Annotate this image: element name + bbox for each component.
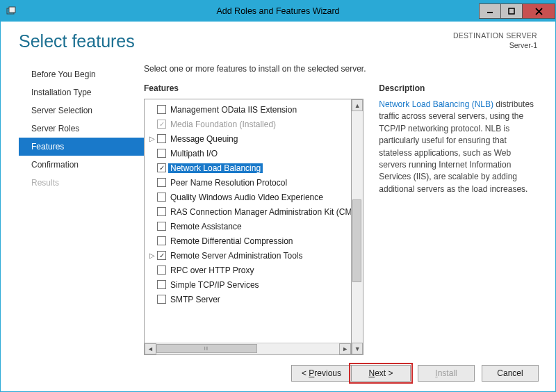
nav-server-roles[interactable]: Server Roles <box>19 120 144 138</box>
checkbox[interactable] <box>157 105 166 114</box>
main-row: Before You Begin Installation Type Serve… <box>19 61 537 355</box>
previous-button[interactable]: < Previous <box>291 365 351 382</box>
feature-item[interactable]: Multipath I/O <box>145 146 351 161</box>
maximize-button[interactable] <box>500 3 523 19</box>
feature-item[interactable]: RAS Connection Manager Administration Ki… <box>145 204 351 219</box>
checkbox[interactable] <box>157 178 166 187</box>
scroll-down-button[interactable]: ▼ <box>352 343 363 354</box>
feature-label: Remote Assistance <box>170 222 242 231</box>
horizontal-scrollbar[interactable]: ◄ ► <box>145 343 351 354</box>
feature-label: SMTP Server <box>170 295 220 304</box>
destination-label: DESTINATION SERVER <box>453 31 537 41</box>
nav-before-you-begin[interactable]: Before You Begin <box>19 65 144 83</box>
nav-confirmation[interactable]: Confirmation <box>19 156 144 174</box>
checkbox[interactable] <box>157 120 166 129</box>
feature-label: Management OData IIS Extension <box>170 105 297 115</box>
window-controls <box>480 3 555 19</box>
feature-item[interactable]: Peer Name Resolution Protocol <box>145 175 351 190</box>
feature-label: Media Foundation (Installed) <box>170 120 276 129</box>
description-link[interactable]: Network Load Balancing (NLB) <box>379 99 493 109</box>
features-panel: Features Management OData IIS ExtensionM… <box>144 83 363 355</box>
nav-server-selection[interactable]: Server Selection <box>19 101 144 120</box>
destination-server: Server-1 <box>453 41 537 51</box>
wizard-body: Select features DESTINATION SERVER Serve… <box>1 22 555 391</box>
features-listbox[interactable]: Management OData IIS ExtensionMedia Foun… <box>144 99 352 355</box>
checkbox[interactable] <box>157 295 166 304</box>
center-panel: Select one or more features to install o… <box>144 61 537 355</box>
feature-item[interactable]: Simple TCP/IP Services <box>145 277 351 292</box>
install-button: Install <box>418 365 475 382</box>
scroll-up-button[interactable]: ▲ <box>352 99 363 111</box>
hscroll-thumb[interactable] <box>156 344 257 353</box>
vscroll-thumb[interactable] <box>352 199 361 283</box>
feature-label: Network Load Balancing <box>168 163 263 173</box>
feature-item[interactable]: RPC over HTTP Proxy <box>145 263 351 277</box>
header: Select features DESTINATION SERVER Serve… <box>19 31 537 51</box>
wizard-window: Add Roles and Features Wizard Select fea… <box>0 0 556 392</box>
description-label: Description <box>379 83 537 93</box>
description-text: Network Load Balancing (NLB) distributes… <box>379 99 537 195</box>
features-listbox-wrap: Management OData IIS ExtensionMedia Foun… <box>144 99 363 355</box>
checkbox[interactable] <box>157 149 166 158</box>
feature-label: RAS Connection Manager Administration Ki… <box>170 207 351 217</box>
checkbox[interactable] <box>157 236 166 245</box>
checkbox[interactable] <box>157 193 166 202</box>
svg-rect-1 <box>9 7 15 13</box>
scroll-left-button[interactable]: ◄ <box>145 343 156 354</box>
feature-label: Message Queuing <box>170 134 238 144</box>
content-area: Select features DESTINATION SERVER Serve… <box>3 22 553 361</box>
feature-label: Multipath I/O <box>170 149 218 158</box>
checkbox[interactable] <box>157 251 166 260</box>
feature-item[interactable]: Network Load Balancing <box>145 161 351 175</box>
hscroll-track[interactable] <box>156 343 339 354</box>
feature-item[interactable]: Remote Assistance <box>145 219 351 234</box>
checkbox[interactable] <box>157 207 166 216</box>
nav-features[interactable]: Features <box>19 138 144 156</box>
feature-label: RPC over HTTP Proxy <box>170 266 254 275</box>
page-title: Select features <box>19 31 135 51</box>
panels: Features Management OData IIS ExtensionM… <box>144 83 537 355</box>
svg-rect-3 <box>509 8 514 14</box>
checkbox[interactable] <box>157 163 166 172</box>
prev-next-group: < Previous Next > <box>291 365 411 382</box>
cancel-button[interactable]: Cancel <box>482 365 539 382</box>
vscroll-track[interactable] <box>352 111 363 343</box>
feature-item[interactable]: ▷Message Queuing <box>145 131 351 146</box>
description-panel: Description Network Load Balancing (NLB)… <box>379 83 537 355</box>
vertical-scrollbar[interactable]: ▲ ▼ <box>352 99 363 355</box>
scroll-right-button[interactable]: ► <box>339 343 351 354</box>
nav-installation-type[interactable]: Installation Type <box>19 83 144 101</box>
feature-item[interactable]: Remote Differential Compression <box>145 234 351 248</box>
nav-results: Results <box>19 174 144 192</box>
feature-item[interactable]: Management OData IIS Extension <box>145 102 351 117</box>
checkbox[interactable] <box>157 280 166 289</box>
feature-item[interactable]: Media Foundation (Installed) <box>145 117 351 131</box>
title-bar: Add Roles and Features Wizard <box>1 1 555 22</box>
checkbox[interactable] <box>157 134 166 143</box>
feature-item[interactable]: ▷Remote Server Administration Tools <box>145 248 351 263</box>
feature-label: Remote Server Administration Tools <box>170 251 303 261</box>
feature-label: Remote Differential Compression <box>170 236 293 246</box>
checkbox[interactable] <box>157 222 166 231</box>
features-label: Features <box>144 83 363 93</box>
expander-icon[interactable]: ▷ <box>147 252 157 259</box>
wizard-nav: Before You Begin Installation Type Serve… <box>19 61 144 355</box>
feature-label: Quality Windows Audio Video Experience <box>170 193 323 202</box>
feature-item[interactable]: Quality Windows Audio Video Experience <box>145 190 351 204</box>
feature-label: Simple TCP/IP Services <box>170 280 259 290</box>
description-body: distributes traffic across several serve… <box>379 99 534 194</box>
instruction-text: Select one or more features to install o… <box>144 64 537 74</box>
app-icon <box>5 5 17 17</box>
next-button[interactable]: Next > <box>351 365 411 382</box>
minimize-button[interactable] <box>479 3 501 19</box>
button-row: < Previous Next > Install Cancel <box>3 361 553 389</box>
feature-label: Peer Name Resolution Protocol <box>170 178 287 188</box>
window-title: Add Roles and Features Wizard <box>1 6 555 16</box>
checkbox[interactable] <box>157 266 166 275</box>
destination-info: DESTINATION SERVER Server-1 <box>453 31 537 50</box>
close-button[interactable] <box>522 3 555 19</box>
expander-icon[interactable]: ▷ <box>147 135 157 142</box>
feature-item[interactable]: SMTP Server <box>145 292 351 307</box>
